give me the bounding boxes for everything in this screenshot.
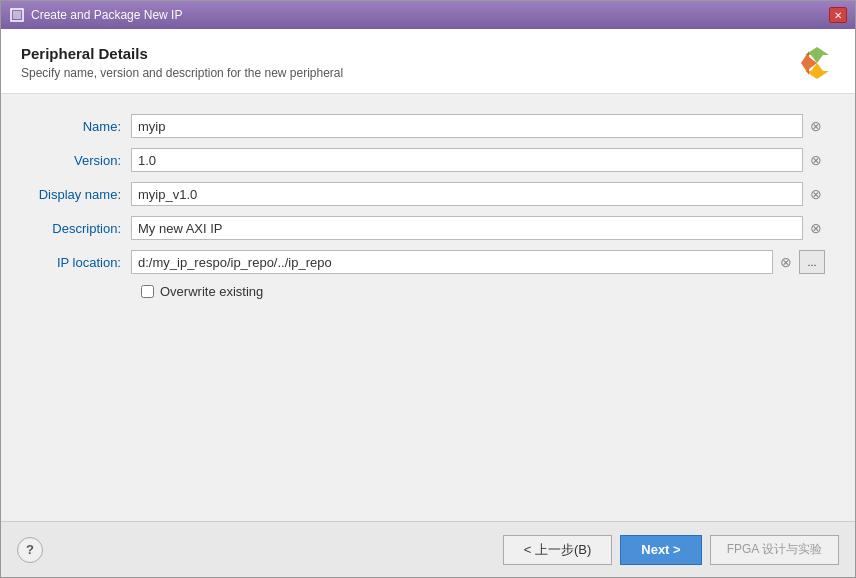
main-window: Create and Package New IP ✕ Peripheral D… [0,0,856,578]
back-button[interactable]: < 上一步(B) [503,535,613,565]
name-label: Name: [31,119,131,134]
display-name-input-wrapper: ⊗ [131,182,825,206]
ip-location-input-wrapper: ⊗ ... [131,250,825,274]
finish-button[interactable]: FPGA 设计与实验 [710,535,839,565]
version-input[interactable] [131,148,803,172]
name-clear-button[interactable]: ⊗ [807,117,825,135]
close-button[interactable]: ✕ [829,7,847,23]
description-label: Description: [31,221,131,236]
version-clear-button[interactable]: ⊗ [807,151,825,169]
display-name-clear-button[interactable]: ⊗ [807,185,825,203]
version-input-wrapper: ⊗ [131,148,825,172]
main-form-section: Name: ⊗ Version: ⊗ Display name: [1,94,855,521]
help-button[interactable]: ? [17,537,43,563]
description-input-wrapper: ⊗ [131,216,825,240]
ip-location-input[interactable] [131,250,773,274]
display-name-label: Display name: [31,187,131,202]
window-icon [9,7,25,23]
content-area: Peripheral Details Specify name, version… [1,29,855,577]
display-name-input[interactable] [131,182,803,206]
ip-location-browse-button[interactable]: ... [799,250,825,274]
next-button[interactable]: Next > [620,535,701,565]
title-bar-left: Create and Package New IP [9,7,182,23]
bottom-bar: ? < 上一步(B) Next > FPGA 设计与实验 [1,521,855,577]
header-title: Peripheral Details [21,45,343,62]
bottom-left: ? [17,537,43,563]
bottom-right: < 上一步(B) Next > FPGA 设计与实验 [503,535,839,565]
ip-location-label: IP location: [31,255,131,270]
window-title: Create and Package New IP [31,8,182,22]
description-row: Description: ⊗ [31,216,825,240]
title-bar-controls: ✕ [829,7,847,23]
name-input-wrapper: ⊗ [131,114,825,138]
overwrite-label[interactable]: Overwrite existing [160,284,263,299]
svg-rect-1 [13,11,21,19]
header-section: Peripheral Details Specify name, version… [1,29,855,94]
overwrite-row: Overwrite existing [141,284,825,299]
version-row: Version: ⊗ [31,148,825,172]
header-subtitle: Specify name, version and description fo… [21,66,343,80]
xilinx-logo [799,45,835,81]
ip-location-row: IP location: ⊗ ... [31,250,825,274]
header-text: Peripheral Details Specify name, version… [21,45,343,80]
overwrite-checkbox[interactable] [141,285,154,298]
name-input[interactable] [131,114,803,138]
name-row: Name: ⊗ [31,114,825,138]
version-label: Version: [31,153,131,168]
ip-location-clear-button[interactable]: ⊗ [777,253,795,271]
title-bar: Create and Package New IP ✕ [1,1,855,29]
description-input[interactable] [131,216,803,240]
description-clear-button[interactable]: ⊗ [807,219,825,237]
display-name-row: Display name: ⊗ [31,182,825,206]
